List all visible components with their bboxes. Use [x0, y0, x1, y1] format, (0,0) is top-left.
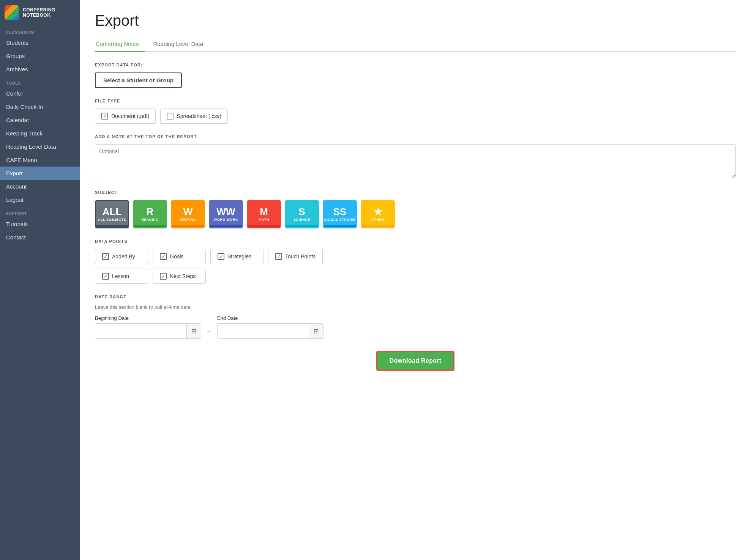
subject-pill-letter-writing: W	[183, 207, 193, 217]
subject-pill-writing[interactable]: WWRITING	[171, 200, 205, 228]
subject-pill-label-all: ALL SUBJECTS	[98, 218, 126, 222]
app-logo-icon	[5, 5, 19, 20]
sidebar-item-contact[interactable]: Contact	[0, 231, 80, 244]
tab-conferring-notes[interactable]: Conferring Notes	[95, 37, 145, 52]
download-section: Download Report	[95, 351, 736, 371]
subject-pill-math[interactable]: MMATH	[247, 200, 281, 228]
subject-pill-bar-math	[248, 225, 280, 227]
data-point-label-next-steps: Next Steps	[170, 273, 196, 279]
subject-pill-bar-writing	[172, 225, 204, 227]
sidebar-item-logout[interactable]: Logout	[0, 193, 80, 206]
subject-pill-letter-other: ★	[374, 207, 382, 217]
file-type-pdf[interactable]: Document (.pdf)	[95, 109, 156, 124]
subject-pill-label-writing: WRITING	[180, 218, 196, 222]
data-point-lesson[interactable]: Lesson	[95, 269, 148, 284]
data-points-label: DATA POINTS	[95, 239, 736, 244]
file-type-options: Document (.pdf) Spreadsheet (.csv)	[95, 109, 736, 124]
subject-pill-bar-word-work	[210, 225, 242, 227]
data-point-label-goals: Goals	[170, 253, 184, 260]
subject-pill-label-other: OTHER	[371, 218, 384, 222]
subject-pill-letter-all: ALL	[103, 207, 122, 217]
app-logo-text: Conferring NOTEBOOK	[23, 7, 55, 18]
tab-reading-level-data[interactable]: Reading Level Data	[152, 37, 209, 52]
data-points-grid: Added ByGoalsStrategiesTouch PointsLesso…	[95, 249, 323, 284]
note-textarea[interactable]	[95, 144, 736, 178]
file-type-csv[interactable]: Spreadsheet (.csv)	[160, 109, 228, 124]
subject-pill-all[interactable]: ALLALL SUBJECTS	[95, 200, 129, 228]
export-data-for-label: EXPORT DATA FOR:	[95, 63, 736, 67]
data-point-added-by[interactable]: Added By	[95, 249, 148, 264]
end-date-label: End Date	[217, 315, 323, 321]
sidebar-item-confer[interactable]: Confer	[0, 87, 80, 100]
file-type-section: FILE TYPE Document (.pdf) Spreadsheet (.…	[95, 99, 736, 124]
subject-label: SUBJECT	[95, 190, 736, 195]
subject-pill-word-work[interactable]: WWWORD WORK	[209, 200, 243, 228]
end-date-input-wrap: ⊞	[217, 323, 323, 339]
note-section: ADD A NOTE AT THE TOP OF THE REPORT:	[95, 134, 736, 179]
data-point-checkbox-touch-points[interactable]	[275, 253, 282, 260]
subject-pill-social-studies[interactable]: SSSOCIAL STUDIES	[323, 200, 357, 228]
sidebar-item-archives[interactable]: Archives	[0, 63, 80, 76]
data-point-label-touch-points: Touch Points	[285, 253, 316, 260]
sidebar-item-groups[interactable]: Groups	[0, 49, 80, 63]
subject-pill-label-science: SCIENCE	[293, 218, 310, 222]
end-date-calendar-button[interactable]: ⊞	[309, 324, 323, 338]
export-data-for-section: EXPORT DATA FOR: Select a Student or Gro…	[95, 63, 736, 88]
end-date-input[interactable]	[218, 324, 309, 338]
subject-pill-label-social-studies: SOCIAL STUDIES	[324, 218, 355, 222]
sidebar-item-students[interactable]: Students	[0, 36, 80, 49]
sidebar-item-account[interactable]: Account	[0, 180, 80, 193]
sidebar: Conferring NOTEBOOK Classroom Students G…	[0, 0, 80, 560]
subject-pill-letter-word-work: WW	[216, 207, 235, 217]
subject-pill-bar-all	[96, 225, 128, 227]
data-point-checkbox-lesson[interactable]	[102, 273, 109, 280]
csv-checkbox[interactable]	[167, 113, 174, 120]
data-points-section: DATA POINTS Added ByGoalsStrategiesTouch…	[95, 239, 736, 284]
sidebar-section-tools: Tools	[0, 76, 80, 87]
subject-pill-bar-social-studies	[324, 225, 356, 227]
subject-pill-letter-reading: R	[147, 207, 154, 217]
data-point-label-lesson: Lesson	[112, 273, 129, 279]
data-point-checkbox-strategies[interactable]	[218, 253, 224, 260]
date-separator: –	[207, 327, 211, 335]
sidebar-item-tutorials[interactable]: Tutorials	[0, 217, 80, 231]
download-report-button[interactable]: Download Report	[376, 351, 455, 371]
select-student-button[interactable]: Select a Student or Group	[95, 72, 182, 88]
sidebar-item-calendar[interactable]: Calendar	[0, 113, 80, 127]
end-date-group: End Date ⊞	[217, 315, 323, 339]
beginning-date-input-wrap: ⊞	[95, 323, 201, 339]
sidebar-section-support: Support	[0, 206, 80, 217]
note-label: ADD A NOTE AT THE TOP OF THE REPORT:	[95, 134, 736, 139]
data-point-checkbox-next-steps[interactable]	[160, 273, 167, 280]
pdf-checkbox[interactable]	[101, 113, 108, 120]
data-point-checkbox-added-by[interactable]	[102, 253, 109, 260]
csv-label: Spreadsheet (.csv)	[177, 113, 221, 119]
page-title: Export	[95, 12, 736, 29]
sidebar-item-reading-level-data[interactable]: Reading Level Data	[0, 140, 80, 153]
subject-pill-letter-science: S	[298, 207, 305, 217]
subject-pill-letter-math: M	[260, 207, 268, 217]
subject-pill-bar-reading	[134, 225, 166, 227]
tabs: Conferring Notes Reading Level Data	[95, 37, 736, 52]
data-point-strategies[interactable]: Strategies	[210, 249, 263, 264]
subject-pills: ALLALL SUBJECTSRREADINGWWRITINGWWWORD WO…	[95, 200, 736, 228]
data-point-touch-points[interactable]: Touch Points	[268, 249, 323, 264]
subject-pill-reading[interactable]: RREADING	[133, 200, 167, 228]
beginning-date-input[interactable]	[95, 324, 186, 338]
subject-pill-label-reading: READING	[141, 218, 158, 222]
sidebar-item-cafe-menu[interactable]: CAFE Menu	[0, 153, 80, 167]
subject-pill-science[interactable]: SSCIENCE	[285, 200, 319, 228]
date-inputs: Beginning Date ⊞ – End Date ⊞	[95, 315, 736, 339]
sidebar-item-daily-checkin[interactable]: Daily Check-In	[0, 100, 80, 113]
subject-pill-other[interactable]: ★OTHER	[361, 200, 395, 228]
sidebar-item-keeping-track[interactable]: Keeping Track	[0, 127, 80, 140]
data-point-next-steps[interactable]: Next Steps	[153, 269, 206, 284]
beginning-date-label: Beginning Date	[95, 315, 201, 321]
data-point-checkbox-goals[interactable]	[160, 253, 167, 260]
data-point-goals[interactable]: Goals	[153, 249, 206, 264]
date-range-section: DATE RANGE Leave this section blank to p…	[95, 294, 736, 339]
sidebar-item-export[interactable]: Export	[0, 167, 80, 180]
beginning-date-calendar-button[interactable]: ⊞	[186, 324, 201, 338]
pdf-label: Document (.pdf)	[111, 113, 149, 119]
main-content: Export Conferring Notes Reading Level Da…	[80, 0, 751, 560]
